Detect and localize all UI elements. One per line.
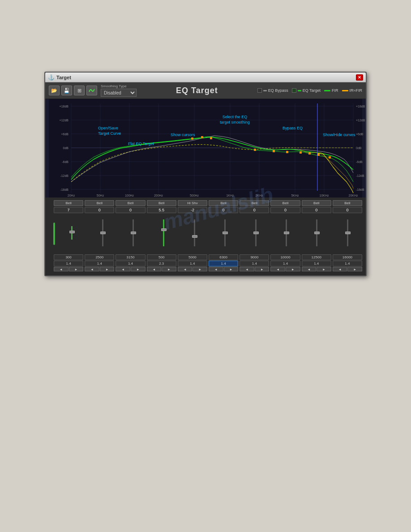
freq-up-5[interactable]: ► bbox=[193, 267, 207, 271]
freq-up-7[interactable]: ► bbox=[255, 267, 270, 271]
band-value-4[interactable]: 5.5 bbox=[147, 207, 176, 213]
band-type-6[interactable]: Bell bbox=[209, 200, 238, 206]
eq-bypass-color bbox=[263, 90, 267, 91]
svg-text:0dB: 0dB bbox=[63, 146, 69, 150]
close-button[interactable]: ✕ bbox=[356, 74, 363, 81]
eq-target-checkbox[interactable] bbox=[292, 88, 296, 93]
band-value-5[interactable]: -2 bbox=[178, 207, 207, 213]
freq-value-3[interactable]: 3150 bbox=[116, 254, 145, 260]
freq-q-10[interactable]: 1.4 bbox=[333, 261, 362, 266]
svg-rect-44 bbox=[201, 136, 203, 138]
legend-fir[interactable]: FIR bbox=[324, 88, 338, 93]
freq-up-1[interactable]: ► bbox=[69, 267, 84, 271]
slider-1 bbox=[57, 215, 86, 251]
freq-down-4[interactable]: ◄ bbox=[147, 267, 162, 271]
freq-value-4[interactable]: 500 bbox=[147, 254, 176, 260]
svg-text:2KHz: 2KHz bbox=[255, 194, 263, 197]
slider-8 bbox=[272, 215, 301, 251]
band-type-10[interactable]: Bell bbox=[333, 200, 362, 206]
freq-down-2[interactable]: ◄ bbox=[85, 267, 99, 271]
eq-bands-section: Bell 7 Bell 0 Bell 0 Bell 5.5 Hi Shv - bbox=[45, 197, 366, 275]
freq-down-9[interactable]: ◄ bbox=[302, 267, 317, 271]
freq-value-8[interactable]: 10000 bbox=[270, 254, 300, 260]
freq-q-9[interactable]: 1.4 bbox=[302, 261, 331, 266]
band-value-2[interactable]: 0 bbox=[85, 207, 114, 213]
legend-eq-bypass[interactable]: EQ Bypass bbox=[257, 88, 288, 93]
svg-text:0dB: 0dB bbox=[356, 146, 362, 150]
freq-q-2[interactable]: 1.4 bbox=[85, 261, 114, 266]
grid-button[interactable]: ⊞ bbox=[74, 86, 85, 95]
band-value-1[interactable]: 7 bbox=[54, 207, 83, 213]
freq-up-9[interactable]: ► bbox=[317, 267, 331, 271]
main-window: ⚓ Target ✕ 📂 💾 ⊞ Smoothing Type Disabled… bbox=[44, 72, 367, 276]
freq-q-6[interactable]: 1.4 bbox=[209, 261, 238, 266]
band-type-7[interactable]: Bell bbox=[240, 200, 269, 206]
curve-button[interactable] bbox=[86, 86, 97, 95]
save-button[interactable]: 💾 bbox=[61, 86, 72, 95]
freq-up-8[interactable]: ► bbox=[286, 267, 300, 271]
eq-graph[interactable]: +18dB +12dB +6dB 0dB -6dB -12dB -18dB +1… bbox=[45, 99, 366, 197]
freq-value-5[interactable]: 5000 bbox=[178, 254, 207, 260]
band-cell-9: Bell 0 bbox=[302, 200, 331, 213]
freq-up-6[interactable]: ► bbox=[224, 267, 239, 271]
svg-text:-6dB: -6dB bbox=[356, 160, 363, 163]
freq-q-3[interactable]: 1.4 bbox=[116, 261, 145, 266]
freq-down-8[interactable]: ◄ bbox=[270, 267, 285, 271]
band-type-1[interactable]: Bell bbox=[54, 200, 83, 206]
freq-down-10[interactable]: ◄ bbox=[333, 267, 347, 271]
freq-value-1[interactable]: 300 bbox=[54, 254, 83, 260]
freq-cell-8: 10000 1.4 ◄ ► bbox=[270, 254, 300, 271]
freq-up-2[interactable]: ► bbox=[100, 267, 115, 271]
band-value-3[interactable]: 0 bbox=[116, 207, 145, 213]
band-type-2[interactable]: Bell bbox=[85, 200, 114, 206]
freq-down-1[interactable]: ◄ bbox=[54, 267, 68, 271]
freq-q-7[interactable]: 1.4 bbox=[240, 261, 269, 266]
svg-text:5KHz: 5KHz bbox=[291, 194, 299, 197]
smoothing-label: Smoothing Type bbox=[101, 84, 137, 88]
graph-area[interactable]: Open/SaveTarget Curve Flat EQ Target Sho… bbox=[45, 99, 366, 197]
band-type-8[interactable]: Bell bbox=[270, 200, 300, 206]
smoothing-select[interactable]: Disabled 1/3 Octave 1/6 Octave 1/12 Octa… bbox=[101, 89, 137, 97]
legend-irfir[interactable]: IR≈FIR bbox=[342, 88, 362, 93]
freq-up-10[interactable]: ► bbox=[347, 267, 362, 271]
freq-q-5[interactable]: 1.4 bbox=[178, 261, 207, 266]
freq-value-7[interactable]: 9000 bbox=[240, 254, 269, 260]
freq-q-1[interactable]: 1.4 bbox=[54, 261, 83, 266]
freq-stepper-2: ◄ ► bbox=[85, 267, 114, 271]
svg-text:-12dB: -12dB bbox=[356, 174, 364, 177]
freq-up-3[interactable]: ► bbox=[131, 267, 146, 271]
freq-down-5[interactable]: ◄ bbox=[178, 267, 193, 271]
freq-value-9[interactable]: 12500 bbox=[302, 254, 331, 260]
band-type-3[interactable]: Bell bbox=[116, 200, 145, 206]
legend-eq-target[interactable]: EQ Target bbox=[292, 88, 321, 93]
eq-bypass-checkbox[interactable] bbox=[257, 88, 262, 93]
band-cell-6: Bell 0 bbox=[209, 200, 238, 213]
eq-title: EQ Target bbox=[138, 86, 256, 95]
band-type-9[interactable]: Bell bbox=[302, 200, 331, 206]
freq-value-6[interactable]: 6300 bbox=[209, 254, 238, 260]
band-cell-7: Bell 0 bbox=[240, 200, 269, 213]
svg-rect-45 bbox=[210, 137, 212, 139]
band-value-8[interactable]: 0 bbox=[270, 207, 300, 213]
freq-up-4[interactable]: ► bbox=[162, 267, 176, 271]
slider-4 bbox=[149, 215, 178, 251]
svg-rect-46 bbox=[254, 149, 256, 151]
svg-rect-0 bbox=[49, 99, 362, 197]
freq-down-3[interactable]: ◄ bbox=[116, 267, 130, 271]
freq-value-2[interactable]: 2500 bbox=[85, 254, 114, 260]
slider-9 bbox=[302, 215, 331, 251]
open-save-button[interactable]: 📂 bbox=[49, 86, 60, 95]
freq-down-6[interactable]: ◄ bbox=[209, 267, 223, 271]
band-value-7[interactable]: 0 bbox=[240, 207, 269, 213]
svg-text:+6dB: +6dB bbox=[61, 133, 68, 136]
band-value-10[interactable]: 0 bbox=[333, 207, 362, 213]
band-type-4[interactable]: Bell bbox=[147, 200, 176, 206]
freq-down-7[interactable]: ◄ bbox=[240, 267, 254, 271]
freq-q-8[interactable]: 1.4 bbox=[270, 261, 300, 266]
freq-stepper-8: ◄ ► bbox=[270, 267, 300, 271]
freq-value-10[interactable]: 16000 bbox=[333, 254, 362, 260]
freq-q-4[interactable]: 2.3 bbox=[147, 261, 176, 266]
band-value-6[interactable]: 0 bbox=[209, 207, 238, 213]
band-value-9[interactable]: 0 bbox=[302, 207, 331, 213]
band-type-5[interactable]: Hi Shv bbox=[178, 200, 207, 206]
